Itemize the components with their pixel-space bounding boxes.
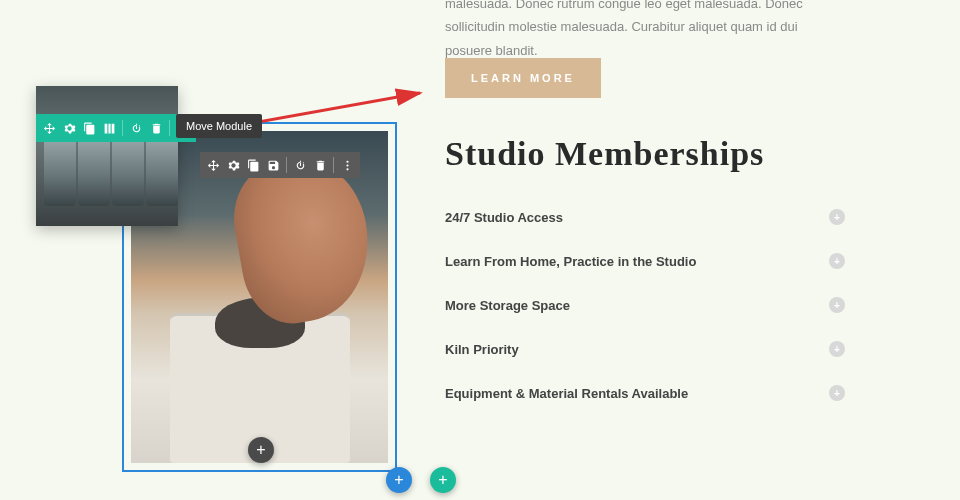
add-row-button[interactable]: + bbox=[430, 467, 456, 493]
plus-icon: + bbox=[829, 253, 845, 269]
toolbar-separator bbox=[286, 157, 287, 173]
accordion-label: 24/7 Studio Access bbox=[445, 210, 563, 225]
move-icon[interactable] bbox=[204, 156, 222, 174]
gear-icon[interactable] bbox=[224, 156, 242, 174]
svg-point-5 bbox=[346, 168, 348, 170]
tooltip: Move Module bbox=[176, 114, 262, 138]
accordion-label: More Storage Space bbox=[445, 298, 570, 313]
add-module-button[interactable]: + bbox=[248, 437, 274, 463]
accordion-label: Kiln Priority bbox=[445, 342, 519, 357]
plus-icon: + bbox=[829, 341, 845, 357]
section-heading: Studio Memberships bbox=[445, 135, 764, 173]
svg-point-4 bbox=[346, 164, 348, 166]
toolbar-separator bbox=[169, 120, 170, 136]
accordion-item[interactable]: Equipment & Material Rentals Available+ bbox=[445, 371, 845, 415]
plus-icon: + bbox=[829, 297, 845, 313]
add-section-button[interactable]: + bbox=[386, 467, 412, 493]
trash-icon[interactable] bbox=[147, 119, 165, 137]
svg-point-3 bbox=[346, 160, 348, 162]
move-icon[interactable] bbox=[40, 119, 58, 137]
duplicate-icon[interactable] bbox=[244, 156, 262, 174]
trash-icon[interactable] bbox=[311, 156, 329, 174]
power-icon[interactable] bbox=[127, 119, 145, 137]
plus-icon: + bbox=[829, 385, 845, 401]
accordion-list: 24/7 Studio Access+ Learn From Home, Pra… bbox=[445, 195, 845, 415]
intro-paragraph: malesuada. Donec rutrum congue leo eget … bbox=[445, 0, 845, 62]
toolbar-separator bbox=[122, 120, 123, 136]
accordion-item[interactable]: More Storage Space+ bbox=[445, 283, 845, 327]
learn-more-button[interactable]: LEARN MORE bbox=[445, 58, 601, 98]
accordion-item[interactable]: Kiln Priority+ bbox=[445, 327, 845, 371]
accordion-label: Equipment & Material Rentals Available bbox=[445, 386, 688, 401]
duplicate-icon[interactable] bbox=[80, 119, 98, 137]
floating-image-module[interactable] bbox=[36, 86, 178, 226]
module-toolbar bbox=[200, 152, 360, 178]
gear-icon[interactable] bbox=[60, 119, 78, 137]
save-icon[interactable] bbox=[264, 156, 282, 174]
power-icon[interactable] bbox=[291, 156, 309, 174]
columns-icon[interactable] bbox=[100, 119, 118, 137]
toolbar-separator bbox=[333, 157, 334, 173]
accordion-label: Learn From Home, Practice in the Studio bbox=[445, 254, 696, 269]
accordion-item[interactable]: 24/7 Studio Access+ bbox=[445, 195, 845, 239]
plus-icon: + bbox=[829, 209, 845, 225]
accordion-item[interactable]: Learn From Home, Practice in the Studio+ bbox=[445, 239, 845, 283]
more-icon[interactable] bbox=[338, 156, 356, 174]
